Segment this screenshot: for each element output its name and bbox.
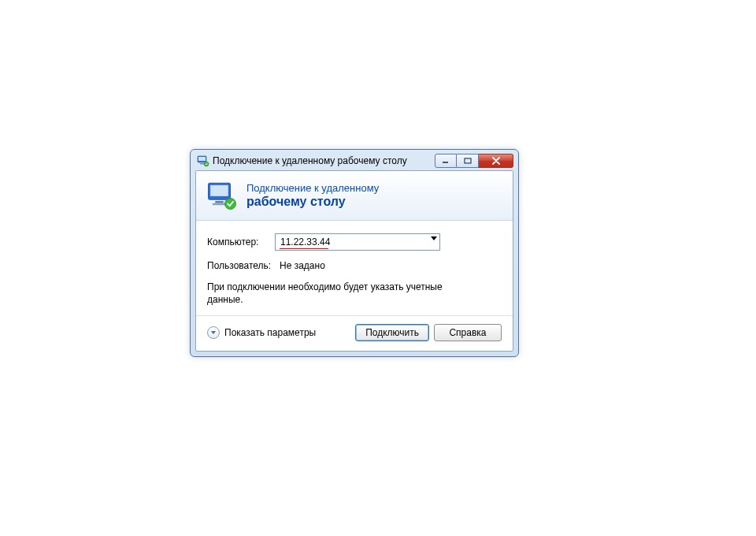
connect-button[interactable]: Подключить [355, 324, 429, 341]
show-options-label: Показать параметры [224, 327, 316, 338]
expand-down-icon [207, 326, 220, 339]
body-area: Компьютер: Пользователь: Не задано При п… [196, 221, 513, 315]
user-value: Не задано [275, 260, 325, 271]
footer: Показать параметры Подключить Справка [196, 315, 513, 351]
computer-row: Компьютер: [207, 233, 502, 251]
svg-point-10 [225, 199, 236, 210]
svg-rect-7 [210, 185, 228, 196]
svg-rect-2 [200, 163, 204, 165]
user-label: Пользователь: [207, 260, 275, 271]
maximize-icon [464, 158, 472, 164]
rdc-dialog-window: Подключение к удаленному рабочему столу [190, 149, 519, 357]
maximize-button[interactable] [457, 154, 479, 168]
credentials-note: При подключении необходимо будет указать… [207, 281, 443, 306]
user-row: Пользователь: Не задано [207, 260, 502, 271]
close-button[interactable] [479, 154, 513, 168]
banner-line1: Подключение к удаленному [246, 182, 379, 194]
client-area: Подключение к удаленному рабочему столу … [195, 170, 513, 352]
show-options-link[interactable]: Показать параметры [207, 326, 316, 339]
titlebar[interactable]: Подключение к удаленному рабочему столу [195, 154, 513, 170]
banner-text: Подключение к удаленному рабочему столу [246, 182, 379, 209]
window-title: Подключение к удаленному рабочему столу [213, 155, 435, 166]
rdc-app-icon [197, 154, 209, 167]
banner: Подключение к удаленному рабочему столу [196, 171, 513, 221]
banner-line2: рабочему столу [246, 195, 379, 209]
computer-field [275, 233, 440, 251]
window-buttons [435, 154, 513, 168]
chevron-down-icon[interactable] [431, 236, 437, 240]
svg-rect-9 [213, 203, 227, 206]
computer-label: Компьютер: [207, 236, 275, 248]
close-icon [491, 157, 501, 165]
minimize-icon [442, 158, 450, 164]
svg-rect-5 [465, 158, 471, 163]
highlight-underline [280, 248, 328, 249]
banner-rdc-icon [206, 179, 239, 212]
svg-rect-4 [443, 162, 448, 163]
svg-rect-8 [215, 201, 224, 203]
svg-rect-1 [198, 157, 206, 161]
help-button[interactable]: Справка [434, 324, 502, 341]
minimize-button[interactable] [435, 154, 457, 168]
